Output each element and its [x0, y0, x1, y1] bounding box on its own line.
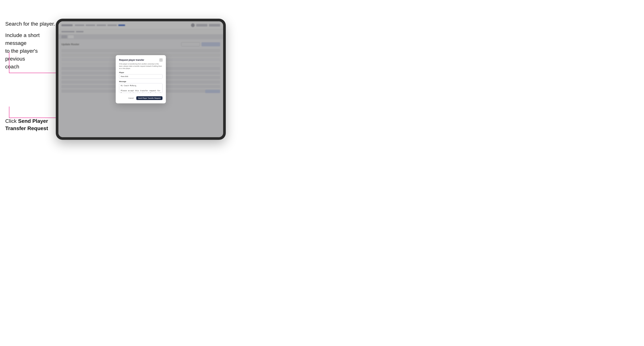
- modal-header: Request player transfer ✕: [119, 58, 162, 61]
- player-input[interactable]: [119, 74, 162, 79]
- player-label: Player: [119, 72, 162, 73]
- request-transfer-modal: Request player transfer ✕ If the player …: [116, 55, 166, 103]
- annotation-search-text: Search for the player.: [5, 20, 55, 27]
- annotation-line-click: [9, 107, 9, 118]
- message-field-group: Message Hi Coach McHarg, Please accept t…: [119, 81, 162, 94]
- message-label: Message: [119, 81, 162, 82]
- modal-title: Request player transfer: [119, 59, 144, 61]
- player-field-group: Player: [119, 72, 162, 79]
- modal-footer: Cancel Send Player Transfer Request: [119, 96, 162, 100]
- modal-overlay: Request player transfer ✕ If the player …: [58, 21, 223, 137]
- tablet-device: Update Roster: [56, 19, 226, 140]
- annotation-click-text: Click Send Player Transfer Request: [5, 117, 54, 132]
- annotation-line-message: [9, 52, 9, 73]
- annotation-message-text: Include a short message to the player's …: [5, 31, 58, 71]
- cancel-button[interactable]: Cancel: [127, 96, 135, 100]
- modal-close-button[interactable]: ✕: [160, 58, 162, 61]
- tablet-screen: Update Roster: [58, 21, 223, 137]
- message-textarea[interactable]: Hi Coach McHarg, Please accept this tran…: [119, 83, 162, 93]
- send-transfer-button[interactable]: Send Player Transfer Request: [136, 96, 162, 100]
- modal-description: If the player is transferring from anoth…: [119, 63, 162, 70]
